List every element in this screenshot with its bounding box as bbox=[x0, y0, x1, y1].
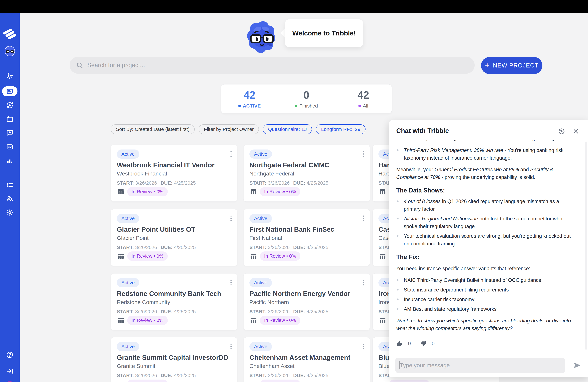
kebab-dot bbox=[231, 151, 231, 152]
card-menu-button[interactable] bbox=[231, 215, 231, 221]
filter-chip-3[interactable]: Longform RFx: 29 bbox=[316, 124, 366, 134]
progress-status-pill: In Review • 0% bbox=[260, 252, 300, 261]
card-menu-button[interactable] bbox=[231, 280, 231, 285]
stat-label: All bbox=[358, 103, 368, 109]
kebab-dot bbox=[231, 215, 231, 217]
start-date: 3/26/2026 bbox=[135, 373, 157, 378]
send-button[interactable] bbox=[573, 361, 582, 370]
stat-active[interactable]: 42ACTIVE bbox=[221, 85, 278, 113]
kebab-dot bbox=[231, 156, 231, 157]
card-subtitle: Westbrook Financial bbox=[117, 170, 167, 177]
settings-gear-icon[interactable] bbox=[0, 208, 20, 217]
stat-all[interactable]: 42All bbox=[335, 85, 392, 113]
bar-chart-icon[interactable] bbox=[0, 156, 20, 166]
filter-chip-2[interactable]: Questionnaire: 13 bbox=[263, 124, 312, 134]
stat-dot bbox=[295, 105, 297, 107]
kebab-dot bbox=[363, 282, 364, 283]
filter-chip-0[interactable]: Sort By: Created Date (latest first) bbox=[111, 124, 195, 134]
filter-chip-1[interactable]: Filter by Project Owner bbox=[199, 124, 259, 134]
status-badge: Active bbox=[250, 342, 272, 351]
chat-bullet-list: NAIC Third-Party Oversight Bulletin inst… bbox=[396, 276, 577, 313]
new-project-button[interactable]: + NEW PROJECT bbox=[481, 57, 543, 74]
stat-label: Finished bbox=[295, 103, 318, 109]
kebab-dot bbox=[363, 218, 364, 219]
search-icon bbox=[76, 62, 83, 69]
project-card[interactable]: ActivePacific Northern Energy VendorPaci… bbox=[243, 273, 370, 330]
search-input[interactable] bbox=[87, 62, 446, 69]
chat-input[interactable] bbox=[395, 358, 565, 373]
rows-list-icon[interactable] bbox=[0, 180, 20, 190]
table-columns-icon bbox=[250, 381, 258, 382]
due-label: DUE: bbox=[293, 309, 305, 314]
project-card[interactable]: ActiveFirst National Bank FinSecFirst Na… bbox=[243, 209, 370, 266]
card-title: Granite Summit Capital InvestorDD bbox=[117, 354, 228, 361]
task-list-icon[interactable] bbox=[0, 142, 20, 152]
progress-status-pill: In Review • 0% bbox=[389, 380, 429, 382]
chat-bullet-item: AM Best and state regulatory frameworks bbox=[396, 305, 577, 313]
kebab-dot bbox=[231, 284, 231, 285]
card-title: First National Bank FinSec bbox=[250, 226, 334, 233]
project-card[interactable]: ActiveRedstone Community Bank TechRedsto… bbox=[111, 273, 237, 330]
status-badge: Active bbox=[250, 149, 272, 159]
project-card[interactable]: ActiveCheltenham Asset ManagementChelten… bbox=[243, 337, 370, 382]
due-date: 4/25/2025 bbox=[307, 373, 328, 378]
due-label: DUE: bbox=[293, 245, 305, 250]
thumbs-up-icon[interactable] bbox=[396, 340, 403, 347]
card-menu-button[interactable] bbox=[231, 344, 231, 349]
card-title: Cheltenham Asset Management bbox=[250, 354, 350, 361]
card-menu-button[interactable] bbox=[363, 215, 364, 221]
close-icon[interactable] bbox=[572, 128, 580, 135]
due-label: DUE: bbox=[161, 180, 172, 186]
project-stats-card: 42ACTIVE0Finished42All bbox=[221, 84, 392, 113]
chat-bullet-item: Insurance carrier risk taxonomy bbox=[396, 296, 577, 303]
card-subtitle: First National bbox=[250, 235, 282, 241]
card-subtitle: Glacier Point bbox=[117, 235, 149, 241]
chat-sparkle-icon[interactable] bbox=[0, 128, 20, 138]
chat-scrollbar[interactable] bbox=[585, 142, 587, 350]
chat-message-input[interactable] bbox=[400, 362, 553, 369]
due-label: DUE: bbox=[161, 245, 172, 250]
chat-section-heading: The Fix: bbox=[396, 253, 577, 261]
sign-out-icon[interactable] bbox=[0, 366, 20, 376]
bullet-dot bbox=[397, 279, 399, 281]
card-footer: In Review • 0% bbox=[117, 187, 168, 196]
kebab-dot bbox=[363, 151, 364, 152]
start-date: 3/26/2026 bbox=[135, 309, 157, 314]
thumbs-down-icon[interactable] bbox=[420, 340, 427, 347]
project-card[interactable]: ActiveGranite Summit Capital InvestorDDG… bbox=[111, 337, 237, 382]
status-badge: Active bbox=[117, 278, 139, 287]
project-card[interactable]: ActiveWestbrook Financial IT VendorWestb… bbox=[111, 145, 237, 202]
calendar-icon[interactable] bbox=[0, 114, 20, 124]
team-users-icon[interactable] bbox=[0, 194, 20, 204]
sync-sparkle-icon[interactable] bbox=[0, 100, 20, 110]
handoff-person-icon[interactable] bbox=[0, 72, 20, 81]
mascot-avatar-icon[interactable] bbox=[0, 46, 20, 56]
welcome-text: Welcome to Tribble! bbox=[292, 29, 356, 37]
help-circle-icon[interactable] bbox=[0, 350, 20, 360]
history-icon[interactable] bbox=[558, 128, 565, 135]
card-menu-button[interactable] bbox=[363, 344, 364, 349]
project-search[interactable] bbox=[70, 57, 475, 74]
send-arrow-icon bbox=[573, 361, 582, 370]
due-date: 4/25/2025 bbox=[174, 373, 196, 378]
kebab-dot bbox=[363, 280, 364, 281]
progress-status-pill: In Review • 0% bbox=[260, 380, 300, 382]
card-menu-button[interactable] bbox=[231, 151, 231, 157]
chat-bullet-item: Your technical evaluation scores are str… bbox=[396, 232, 577, 248]
kebab-dot bbox=[231, 280, 231, 281]
project-card[interactable]: ActiveNorthgate Federal CMMCNorthgate Fe… bbox=[243, 145, 370, 202]
project-card[interactable]: ActiveGlacier Point Utilities OTGlacier … bbox=[111, 209, 237, 266]
kebab-dot bbox=[363, 220, 364, 221]
stat-finished[interactable]: 0Finished bbox=[278, 85, 335, 113]
chat-bullet-item: Third-Party Risk Management: 38% win rat… bbox=[396, 146, 577, 162]
card-menu-button[interactable] bbox=[363, 151, 364, 157]
sidebar-item-projects-active[interactable] bbox=[2, 86, 18, 96]
bullet-dot bbox=[397, 235, 399, 237]
due-date: 4/25/2025 bbox=[307, 245, 328, 250]
status-badge: Active bbox=[117, 214, 139, 223]
start-label: START: bbox=[117, 309, 134, 314]
card-menu-button[interactable] bbox=[363, 280, 364, 285]
chat-paragraph: Want me to show you which specific quest… bbox=[396, 317, 577, 332]
stat-label: ACTIVE bbox=[238, 103, 261, 109]
card-dates: START: 3/26/2026DUE: 4/25/2025 bbox=[117, 245, 196, 250]
